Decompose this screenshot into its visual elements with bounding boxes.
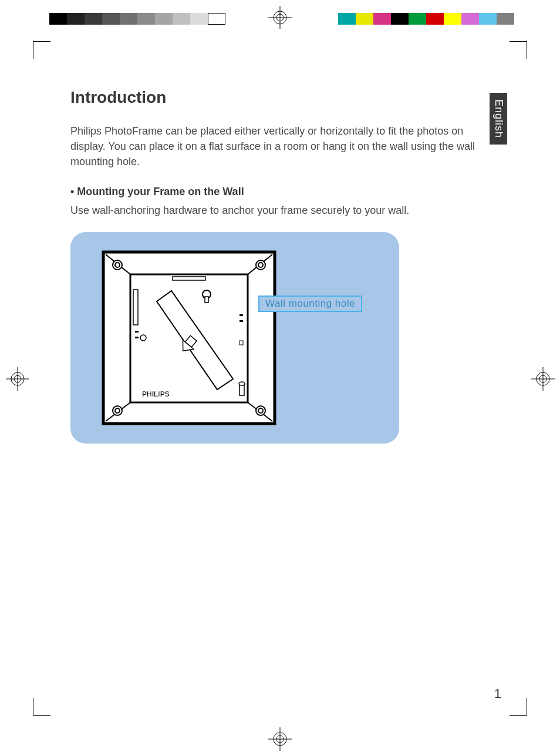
registration-mark-icon bbox=[268, 6, 292, 29]
swatch bbox=[444, 13, 461, 25]
swatch bbox=[356, 13, 373, 25]
svg-point-29 bbox=[258, 408, 263, 413]
grayscale-swatches bbox=[49, 13, 225, 25]
svg-point-25 bbox=[258, 263, 263, 267]
brand-label: PHILIPS bbox=[142, 390, 170, 398]
swatch bbox=[426, 13, 444, 25]
swatch bbox=[49, 13, 67, 25]
swatch bbox=[67, 13, 85, 25]
svg-rect-39 bbox=[133, 290, 138, 325]
swatch bbox=[373, 13, 391, 25]
mounting-subheading: • Mounting your Frame on the Wall bbox=[70, 186, 493, 198]
svg-rect-37 bbox=[239, 341, 243, 345]
svg-point-44 bbox=[239, 382, 245, 385]
page-content: Introduction Philips PhotoFrame can be p… bbox=[70, 65, 493, 444]
photoframe-diagram-icon: PHILIPS bbox=[101, 250, 277, 426]
swatch bbox=[173, 13, 190, 25]
crop-mark-icon bbox=[33, 41, 50, 59]
swatch bbox=[497, 13, 514, 25]
svg-rect-36 bbox=[239, 320, 243, 322]
swatch bbox=[190, 13, 208, 25]
svg-rect-43 bbox=[239, 385, 244, 395]
svg-rect-34 bbox=[135, 337, 139, 338]
registration-mark-icon bbox=[268, 727, 292, 751]
crop-mark-icon bbox=[510, 698, 527, 716]
crop-mark-icon bbox=[33, 698, 50, 716]
callout-label: Wall mounting hole bbox=[258, 296, 362, 312]
swatch bbox=[102, 13, 120, 25]
swatch bbox=[137, 13, 155, 25]
swatch bbox=[409, 13, 426, 25]
section-heading: Introduction bbox=[70, 88, 493, 107]
svg-point-23 bbox=[115, 263, 120, 267]
svg-point-27 bbox=[115, 408, 120, 413]
svg-rect-35 bbox=[239, 314, 243, 316]
figure-panel: PHILIPS Wall mounting hole bbox=[70, 232, 399, 444]
swatch bbox=[461, 13, 479, 25]
callout-arrow-icon bbox=[208, 302, 258, 303]
svg-point-38 bbox=[140, 335, 146, 341]
swatch bbox=[391, 13, 409, 25]
intro-paragraph: Philips PhotoFrame can be placed either … bbox=[70, 123, 493, 169]
swatch bbox=[479, 13, 497, 25]
crop-mark-icon bbox=[510, 41, 527, 59]
registration-mark-icon bbox=[531, 367, 555, 391]
swatch bbox=[338, 13, 356, 25]
swatch bbox=[155, 13, 173, 25]
swatch bbox=[85, 13, 102, 25]
page-number: 1 bbox=[494, 686, 501, 701]
color-swatches bbox=[338, 13, 514, 25]
svg-rect-30 bbox=[173, 277, 205, 280]
mounting-instruction: Use wall-anchoring hardware to anchor yo… bbox=[70, 203, 493, 218]
swatch bbox=[120, 13, 137, 25]
svg-rect-33 bbox=[135, 331, 139, 333]
registration-mark-icon bbox=[6, 367, 29, 391]
swatch bbox=[208, 13, 225, 25]
